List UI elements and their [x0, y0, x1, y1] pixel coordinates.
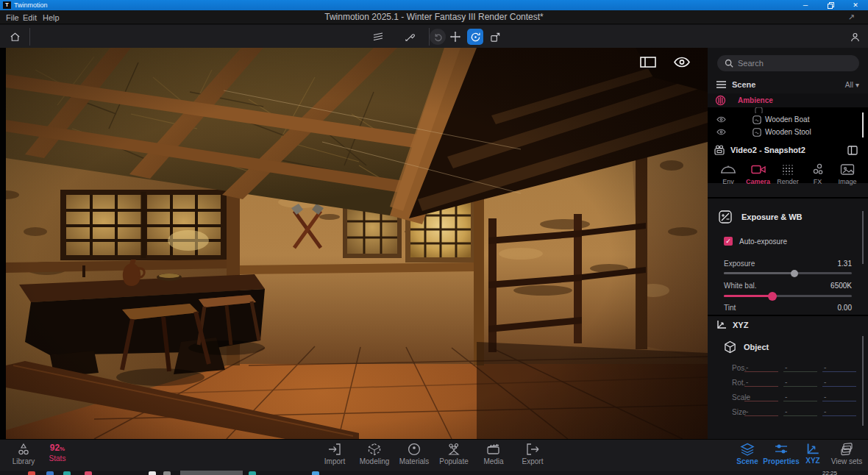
tree-scrollbar[interactable]	[862, 113, 864, 138]
rot-y-field[interactable]: -	[783, 378, 817, 387]
size-z-field[interactable]: -	[822, 407, 856, 416]
taskbar-app-icon[interactable]	[312, 471, 319, 475]
export-button[interactable]: Export	[516, 443, 549, 465]
populate-button[interactable]: Populate	[435, 443, 472, 465]
pos-y-field[interactable]: -	[783, 363, 817, 372]
rotate-tool-icon[interactable]	[467, 29, 483, 45]
tab-image[interactable]: Image	[833, 162, 862, 194]
titlebar-app-name: Twinmotion	[14, 1, 48, 9]
xyz-header: XYZ	[716, 320, 748, 329]
pos-x-field[interactable]: -	[744, 363, 778, 372]
exposure-slider[interactable]	[724, 272, 852, 274]
taskbar-app-icon[interactable]	[85, 471, 92, 475]
materials-button[interactable]: Materials	[396, 443, 433, 465]
tab-env[interactable]: Env	[714, 162, 743, 194]
import-button[interactable]: Import	[318, 443, 352, 465]
xyz-axis-icon	[806, 443, 819, 455]
document-title: Twinmotion 2025.1 - Winter Fantasy III R…	[0, 10, 868, 24]
tab-fx[interactable]: FX	[803, 162, 833, 194]
size-y-field[interactable]: -	[783, 407, 817, 416]
visibility-eye-icon[interactable]	[716, 116, 726, 123]
scale-z-field[interactable]: -	[822, 393, 856, 401]
size-x-field[interactable]: -	[744, 407, 778, 416]
search-input[interactable]	[738, 59, 841, 68]
properties-panel-toggle[interactable]: Properties	[762, 443, 800, 465]
taskbar-app-icon[interactable]	[63, 471, 71, 475]
minimize-button[interactable]: ─	[793, 0, 818, 10]
panel-toggle-icon[interactable]	[847, 146, 858, 155]
xyz-row-size: Size - - -	[708, 407, 868, 417]
xyz-scrollbar[interactable]	[862, 336, 864, 426]
eyedropper-icon[interactable]	[402, 29, 418, 45]
tab-camera[interactable]: Camera	[744, 162, 773, 194]
taskbar-app-icon[interactable]	[46, 471, 54, 475]
scene-filter-dropdown[interactable]: All ▾	[845, 81, 859, 89]
menu-help[interactable]: Help	[43, 10, 60, 24]
windows-titlebar: T Twinmotion ─ ✕	[0, 0, 868, 10]
account-icon[interactable]	[847, 29, 863, 45]
visibility-eye-icon[interactable]	[716, 129, 726, 135]
taskbar-app-icon[interactable]	[28, 471, 35, 475]
pos-z-field[interactable]: -	[822, 363, 856, 372]
right-panel: Scene All ▾ Ambience	[708, 48, 868, 439]
modeling-button[interactable]: Modeling	[356, 443, 393, 465]
maximize-button[interactable]	[818, 0, 843, 10]
scene-tree-header: Scene All ▾	[708, 77, 868, 92]
eye-icon[interactable]	[674, 57, 690, 68]
scene-panel-toggle[interactable]: Scene	[733, 443, 762, 465]
xyz-row-rot: Rot. - - -	[708, 377, 868, 388]
taskbar-app-icon[interactable]	[149, 471, 156, 475]
search-box[interactable]	[717, 55, 859, 71]
scene-tree-title: Scene	[732, 80, 755, 89]
scale-x-field[interactable]: -	[744, 393, 778, 401]
media-icon	[486, 443, 501, 456]
snapshot-camera-icon	[714, 145, 725, 155]
scale-y-field[interactable]: -	[783, 393, 817, 401]
xyz-row-scale: Scale - - -	[708, 392, 868, 402]
bottom-bar: Library 92% Stats Import Modeling Materi…	[0, 439, 868, 471]
cube-icon	[724, 340, 736, 354]
move-tool-icon[interactable]	[447, 29, 463, 45]
auto-exposure-checkbox[interactable]: ✓	[724, 237, 733, 246]
exposure-wb-header: Exposure & WB	[718, 210, 803, 224]
media-button[interactable]: Media	[478, 443, 509, 465]
populate-icon	[447, 443, 461, 456]
xyz-panel-toggle[interactable]: XYZ	[800, 443, 825, 465]
stats-value: 92%	[50, 443, 65, 453]
menu-file[interactable]: File	[6, 10, 19, 24]
auto-exposure-label: Auto-exposure	[739, 238, 787, 246]
auto-exposure-row[interactable]: ✓ Auto-exposure	[724, 237, 787, 246]
hamburger-icon[interactable]	[716, 81, 726, 88]
taskbar-active-window[interactable]	[180, 471, 243, 475]
expand-window-icon[interactable]: ↗	[848, 10, 855, 24]
env-dome-icon	[720, 163, 736, 176]
chevron-down-icon: ▾	[855, 81, 859, 89]
tree-item-wooden-stool[interactable]: Wooden Stool	[708, 126, 868, 138]
stats-button[interactable]: 92% Stats	[43, 443, 72, 463]
taskbar-app-icon[interactable]	[249, 471, 256, 475]
split-view-icon[interactable]	[640, 57, 656, 68]
home-icon[interactable]	[7, 29, 23, 45]
xyz-row-pos: Pos. - - -	[708, 362, 868, 373]
tree-item-partial	[708, 107, 868, 113]
render-viewport[interactable]	[6, 48, 708, 439]
tab-render[interactable]: Render	[773, 162, 803, 194]
view-sets-button[interactable]: View sets	[828, 443, 865, 465]
layers-stack-icon[interactable]	[370, 29, 386, 45]
undo-icon[interactable]	[430, 29, 446, 45]
properties-header: Video2 - Snapshot2	[708, 142, 868, 158]
scale-tool-icon[interactable]	[487, 29, 503, 45]
properties-scrollbar[interactable]	[862, 211, 864, 264]
close-button[interactable]: ✕	[843, 0, 868, 10]
whitebal-slider[interactable]	[724, 295, 852, 297]
search-icon	[725, 59, 733, 68]
rot-z-field[interactable]: -	[822, 378, 856, 387]
library-button[interactable]: Library	[9, 443, 38, 465]
exposure-icon	[718, 210, 733, 224]
menu-edit[interactable]: Edit	[23, 10, 37, 24]
video-camera-icon	[750, 163, 766, 176]
rot-x-field[interactable]: -	[744, 378, 778, 387]
tree-item-ambience[interactable]: Ambience	[708, 93, 868, 107]
tree-item-wooden-boat[interactable]: Wooden Boat	[708, 113, 868, 126]
taskbar-app-icon[interactable]	[163, 471, 171, 475]
